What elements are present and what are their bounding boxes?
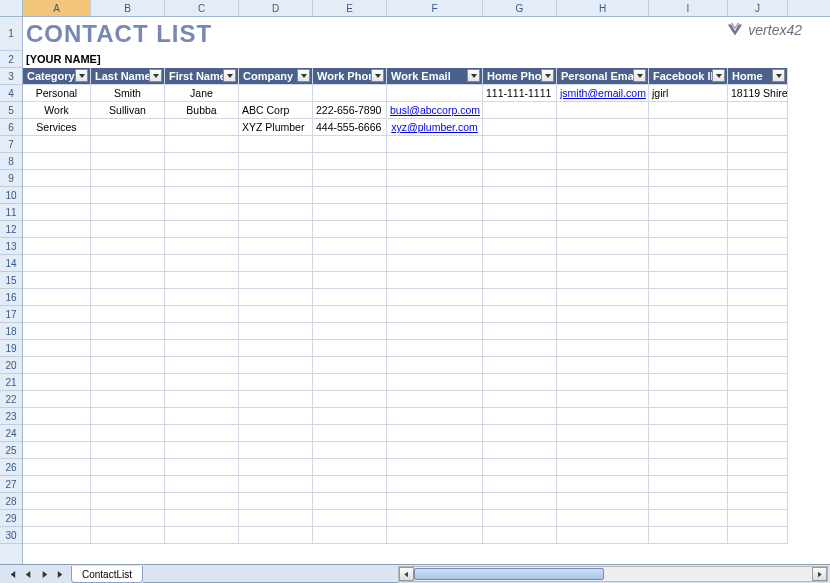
cell[interactable] xyxy=(387,238,483,255)
cell[interactable] xyxy=(483,306,557,323)
cell[interactable] xyxy=(387,170,483,187)
cell[interactable] xyxy=(313,153,387,170)
cell[interactable] xyxy=(91,221,165,238)
cell[interactable] xyxy=(313,408,387,425)
cell[interactable] xyxy=(557,306,649,323)
cell[interactable] xyxy=(557,510,649,527)
cell[interactable] xyxy=(165,238,239,255)
cell[interactable] xyxy=(557,17,649,51)
cell[interactable] xyxy=(387,187,483,204)
cell[interactable] xyxy=(239,153,313,170)
cell[interactable] xyxy=(165,510,239,527)
cell[interactable] xyxy=(91,340,165,357)
cell[interactable] xyxy=(313,459,387,476)
row-header-26[interactable]: 26 xyxy=(0,459,22,476)
cell[interactable] xyxy=(239,204,313,221)
cell[interactable] xyxy=(557,357,649,374)
cell[interactable] xyxy=(23,374,91,391)
row-header-10[interactable]: 10 xyxy=(0,187,22,204)
cell[interactable] xyxy=(313,476,387,493)
cell[interactable] xyxy=(557,272,649,289)
cell[interactable] xyxy=(387,493,483,510)
cell[interactable] xyxy=(483,493,557,510)
cell[interactable] xyxy=(91,510,165,527)
row-header-9[interactable]: 9 xyxy=(0,170,22,187)
cell[interactable] xyxy=(483,374,557,391)
cell[interactable] xyxy=(165,221,239,238)
cell[interactable] xyxy=(649,153,728,170)
filter-dropdown-icon[interactable] xyxy=(75,69,88,82)
row-header-21[interactable]: 21 xyxy=(0,374,22,391)
cell[interactable] xyxy=(557,408,649,425)
cell[interactable] xyxy=(387,391,483,408)
cell[interactable] xyxy=(728,442,788,459)
filter-dropdown-icon[interactable] xyxy=(712,69,725,82)
table-cell[interactable]: 222-656-7890 xyxy=(313,102,387,119)
cell[interactable] xyxy=(387,527,483,544)
cell[interactable] xyxy=(313,17,387,51)
cell[interactable] xyxy=(483,289,557,306)
row-header-29[interactable]: 29 xyxy=(0,510,22,527)
row-header-23[interactable]: 23 xyxy=(0,408,22,425)
cell[interactable] xyxy=(91,289,165,306)
cell[interactable] xyxy=(165,323,239,340)
cell[interactable] xyxy=(483,442,557,459)
cell[interactable] xyxy=(557,187,649,204)
cell[interactable] xyxy=(23,442,91,459)
table-cell[interactable] xyxy=(649,119,728,136)
table-cell[interactable] xyxy=(728,119,788,136)
cell[interactable] xyxy=(483,476,557,493)
cell[interactable] xyxy=(728,289,788,306)
cell[interactable] xyxy=(239,187,313,204)
table-header-category[interactable]: Category xyxy=(23,68,91,85)
cell[interactable] xyxy=(483,425,557,442)
filter-dropdown-icon[interactable] xyxy=(223,69,236,82)
row-header-14[interactable]: 14 xyxy=(0,255,22,272)
cell[interactable] xyxy=(387,221,483,238)
row-header-18[interactable]: 18 xyxy=(0,323,22,340)
cell[interactable] xyxy=(557,238,649,255)
cell[interactable] xyxy=(557,170,649,187)
cell[interactable] xyxy=(649,442,728,459)
cell[interactable] xyxy=(649,306,728,323)
cell[interactable] xyxy=(23,476,91,493)
cell[interactable] xyxy=(91,391,165,408)
scroll-track[interactable] xyxy=(414,567,812,581)
cell[interactable] xyxy=(165,357,239,374)
row-header-15[interactable]: 15 xyxy=(0,272,22,289)
cell[interactable] xyxy=(23,527,91,544)
cell[interactable] xyxy=(557,442,649,459)
cell[interactable] xyxy=(23,323,91,340)
cell[interactable] xyxy=(313,323,387,340)
table-cell[interactable]: 444-555-6666 xyxy=(313,119,387,136)
cell[interactable] xyxy=(483,153,557,170)
filter-dropdown-icon[interactable] xyxy=(149,69,162,82)
cell[interactable] xyxy=(483,204,557,221)
cell[interactable] xyxy=(649,289,728,306)
table-cell[interactable]: Work xyxy=(23,102,91,119)
cell[interactable] xyxy=(165,255,239,272)
row-header-6[interactable]: 6 xyxy=(0,119,22,136)
cell[interactable] xyxy=(557,476,649,493)
cell[interactable] xyxy=(387,510,483,527)
cell[interactable] xyxy=(557,153,649,170)
cell[interactable] xyxy=(313,510,387,527)
row-header-4[interactable]: 4 xyxy=(0,85,22,102)
cell[interactable] xyxy=(649,17,728,51)
cell[interactable] xyxy=(483,357,557,374)
cell[interactable] xyxy=(387,357,483,374)
table-cell[interactable]: 18119 Shire xyxy=(728,85,788,102)
cell[interactable] xyxy=(483,17,557,51)
table-cell[interactable] xyxy=(649,102,728,119)
table-cell[interactable]: Personal xyxy=(23,85,91,102)
cell[interactable] xyxy=(239,136,313,153)
cell[interactable] xyxy=(239,510,313,527)
cell[interactable] xyxy=(649,425,728,442)
column-header-C[interactable]: C xyxy=(165,0,239,16)
cell[interactable] xyxy=(23,425,91,442)
page-title[interactable]: CONTACT LIST xyxy=(23,17,91,51)
row-header-8[interactable]: 8 xyxy=(0,153,22,170)
cell[interactable] xyxy=(239,221,313,238)
horizontal-scrollbar[interactable] xyxy=(398,566,828,582)
cell[interactable] xyxy=(239,476,313,493)
